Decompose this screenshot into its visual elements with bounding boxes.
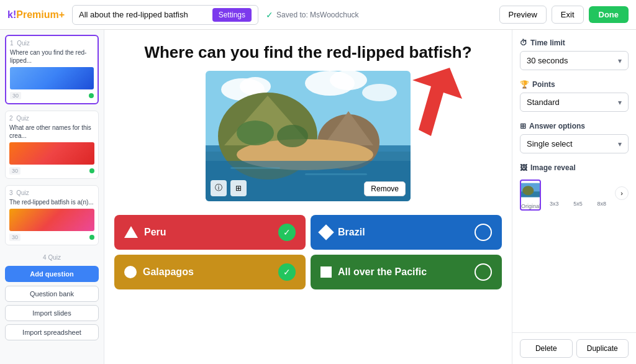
import-slides-button[interactable]: Import slides — [5, 305, 99, 321]
answer-options-select[interactable]: Single select ▾ — [520, 134, 629, 153]
diamond-icon — [318, 224, 334, 240]
time-limit-label: Time limit — [530, 39, 565, 47]
question-text: Where can you find the red-lipped batfis… — [119, 42, 497, 63]
check-icon: ✓ — [266, 10, 273, 20]
answer-options-value: Single select — [527, 139, 573, 148]
svg-point-21 — [522, 186, 534, 195]
svg-point-5 — [362, 84, 397, 101]
points-value: Standard — [527, 98, 560, 107]
reveal-option-8x8[interactable]: 8x8 — [591, 180, 612, 211]
quiz-item-1-dot — [89, 93, 94, 98]
answer-text-galapagos: Galapagos — [143, 266, 194, 278]
quiz-item-2-title: What are other names for this crea... — [9, 124, 94, 140]
answer-check-peru: ✓ — [278, 224, 296, 241]
remove-image-button[interactable]: Remove — [364, 181, 406, 196]
info-button[interactable]: ⓘ — [211, 180, 227, 196]
quiz-item-2-dot — [89, 168, 94, 173]
answer-check-brazil — [475, 224, 492, 241]
quiz-item-3-thumb — [9, 209, 94, 231]
saved-text: Saved to: MsWoodchuck — [276, 11, 359, 19]
add-question-button[interactable]: Add question — [5, 266, 99, 282]
quiz-item-2-label: 2 Quiz — [9, 115, 94, 122]
sidebar-item-2[interactable]: 2 Quiz What are other names for this cre… — [5, 111, 99, 179]
svg-point-4 — [330, 71, 367, 90]
reveal-option-original[interactable]: Original — [520, 180, 541, 211]
quiz-title: All about the red-lipped batfish — [79, 10, 207, 19]
chevron-down-icon-3: ▾ — [618, 140, 622, 148]
chevron-down-icon: ▾ — [618, 57, 622, 65]
image-reveal-section: 🖼 Image reveal Original — [520, 163, 629, 211]
quiz-item-1-num: 30 — [10, 92, 21, 99]
answer-check-pacific — [475, 263, 492, 281]
reveal-label-8x8: 8x8 — [593, 201, 611, 207]
preview-button[interactable]: Preview — [499, 6, 547, 24]
exit-button[interactable]: Exit — [552, 6, 584, 24]
sidebar: 1 Quiz Where can you find the red-lipped… — [0, 30, 104, 364]
settings-button[interactable]: Settings — [212, 8, 252, 22]
reveal-label-5x5: 5x5 — [569, 201, 588, 207]
points-select[interactable]: Standard ▾ — [520, 93, 629, 112]
quiz-item-1-label: 1 Quiz — [10, 40, 94, 47]
svg-rect-17 — [305, 173, 367, 175]
reveal-option-5x5[interactable]: 5x5 — [568, 180, 589, 211]
points-icon: 🏆 — [520, 80, 529, 89]
sidebar-item-1[interactable]: 1 Quiz Where can you find the red-lipped… — [5, 35, 99, 104]
duplicate-button[interactable]: Duplicate — [576, 339, 629, 358]
time-limit-value: 30 seconds — [527, 56, 568, 65]
quiz-item-1-thumb — [10, 67, 94, 89]
quiz-count-label: 4 Quiz — [5, 252, 99, 263]
reveal-label-3x3: 3x3 — [545, 201, 563, 207]
svg-marker-18 — [412, 68, 462, 136]
chevron-down-icon-2: ▾ — [618, 98, 622, 107]
edit-image-button[interactable]: ⊞ — [230, 180, 247, 196]
answer-options-icon: ⊞ — [520, 122, 526, 130]
points-label: Points — [532, 80, 555, 89]
answer-text-pacific: All over the Pacific — [338, 266, 427, 278]
reveal-next-button[interactable]: › — [615, 186, 629, 200]
points-section: 🏆 Points Standard ▾ — [520, 80, 629, 112]
answer-check-galapagos: ✓ — [278, 263, 296, 281]
quiz-item-3-label: 3 Quiz — [9, 189, 94, 196]
right-panel: ⏱ Time limit 30 seconds ▾ 🏆 Points Stand… — [512, 30, 636, 364]
reveal-option-3x3[interactable]: 3x3 — [543, 180, 565, 211]
answer-card-pacific[interactable]: All over the Pacific — [311, 255, 502, 289]
svg-point-14 — [277, 125, 308, 147]
quiz-item-3-title: The red-lipped batfish is a(n)... — [9, 198, 94, 206]
logo: k!Premium+ — [7, 9, 65, 20]
answer-grid: Peru ✓ Brazil Galapagos ✓ — [104, 215, 512, 299]
time-limit-section: ⏱ Time limit 30 seconds ▾ — [520, 39, 629, 70]
circle-icon — [124, 266, 137, 278]
quiz-item-3-num: 30 — [9, 234, 20, 241]
quiz-item-2-num: 30 — [9, 167, 20, 175]
image-controls: ⓘ ⊞ — [211, 180, 247, 196]
time-limit-select[interactable]: 30 seconds ▾ — [520, 51, 629, 70]
svg-rect-16 — [230, 167, 280, 169]
triangle-icon — [124, 226, 138, 238]
quiz-item-1-title: Where can you find the red-lipped... — [10, 48, 94, 65]
image-reveal-label: Image reveal — [530, 163, 576, 172]
answer-card-brazil[interactable]: Brazil — [311, 215, 502, 250]
panel-footer: Delete Duplicate — [512, 332, 636, 364]
center-panel: Where can you find the red-lipped batfis… — [104, 30, 512, 364]
question-bank-button[interactable]: Question bank — [5, 286, 99, 302]
sidebar-item-3[interactable]: 3 Quiz The red-lipped batfish is a(n)...… — [5, 185, 99, 245]
answer-options-section: ⊞ Answer options Single select ▾ — [520, 122, 629, 153]
reveal-thumb-original — [521, 181, 540, 199]
image-container: ⓘ ⊞ Remove — [206, 71, 411, 201]
image-reveal-icon: 🖼 — [520, 163, 527, 172]
reveal-label-original: Original — [521, 203, 540, 209]
done-button[interactable]: Done — [589, 6, 629, 23]
answer-card-peru[interactable]: Peru ✓ — [114, 215, 306, 250]
clock-icon: ⏱ — [520, 39, 527, 47]
saved-indicator: ✓ Saved to: MsWoodchuck — [266, 10, 492, 20]
answer-options-label: Answer options — [529, 122, 585, 130]
svg-point-13 — [237, 121, 274, 145]
answer-text-brazil: Brazil — [338, 227, 365, 238]
delete-button[interactable]: Delete — [520, 339, 573, 358]
import-spreadsheet-button[interactable]: Import spreadsheet — [5, 324, 99, 340]
answer-text-peru: Peru — [144, 227, 166, 238]
quiz-item-2-thumb — [9, 142, 94, 165]
title-bar[interactable]: All about the red-lipped batfish Setting… — [72, 5, 258, 25]
answer-card-galapagos[interactable]: Galapagos ✓ — [114, 255, 306, 289]
square-icon — [320, 266, 332, 278]
